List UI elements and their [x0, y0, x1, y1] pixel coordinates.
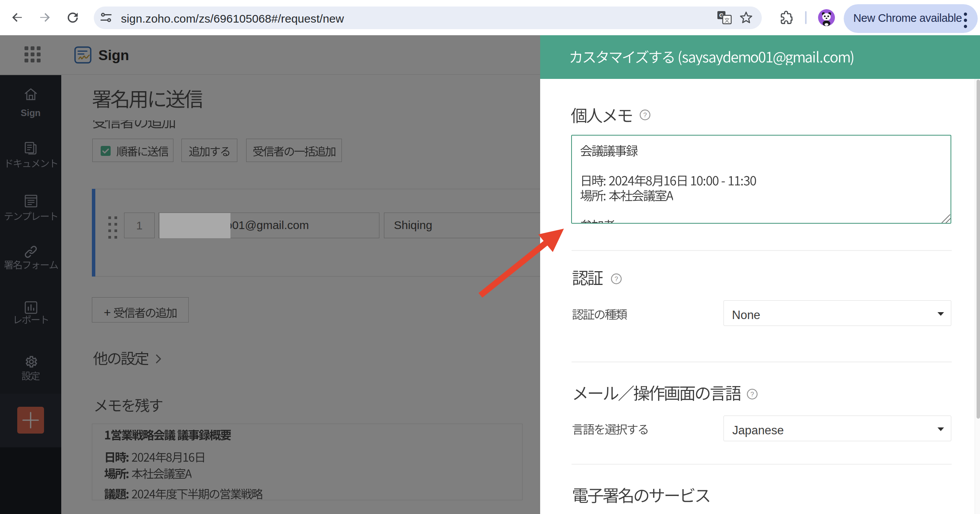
svg-text:?: ?: [643, 111, 647, 119]
svg-text:?: ?: [750, 391, 754, 398]
svg-text:?: ?: [614, 275, 618, 283]
